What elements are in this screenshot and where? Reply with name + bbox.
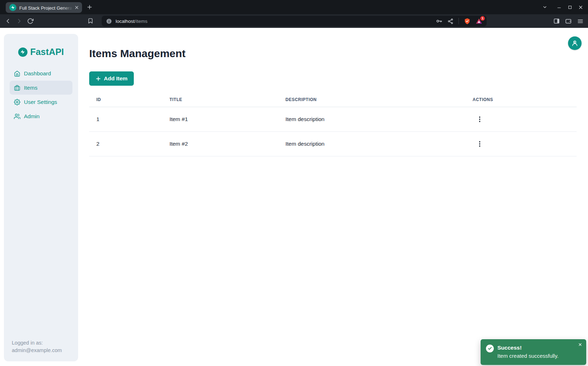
sidebar-item-label: User Settings	[24, 99, 57, 105]
menu-icon[interactable]	[577, 18, 584, 25]
add-item-label: Add Item	[104, 75, 127, 82]
add-item-button[interactable]: Add Item	[89, 71, 134, 86]
close-window-icon[interactable]	[575, 0, 586, 14]
toast-title: Success!	[497, 344, 558, 352]
column-header-actions: ACTIONS	[466, 94, 577, 107]
home-icon	[14, 70, 20, 77]
page: FastAPI Dashboard Items User Settings	[0, 28, 588, 366]
cell-description: Item description	[278, 132, 466, 156]
check-icon	[486, 345, 494, 352]
tab-close-icon[interactable]	[74, 5, 79, 10]
table-row: 1 Item #1 Item description	[89, 107, 577, 132]
logo-text: FastAPI	[30, 47, 64, 57]
forward-icon	[16, 17, 23, 25]
logged-in-info: Logged in as: admin@example.com	[12, 339, 62, 354]
browser-titlebar: Full Stack Project Genera	[0, 0, 588, 14]
rewards-badge: 1	[480, 16, 485, 21]
key-icon[interactable]	[436, 18, 442, 24]
cell-title: Item #2	[162, 132, 278, 156]
wallet-icon[interactable]	[565, 18, 572, 24]
briefcase-icon	[14, 85, 20, 91]
side-panel-icon[interactable]	[553, 18, 560, 24]
url-host: localhost	[116, 19, 135, 24]
logged-in-label: Logged in as:	[12, 339, 62, 347]
logged-in-email: admin@example.com	[12, 347, 62, 354]
sidebar-item-label: Items	[24, 85, 37, 91]
cell-title: Item #1	[162, 107, 278, 132]
bookmark-icon[interactable]	[87, 18, 93, 24]
success-toast: Success! Item created successfully.	[481, 339, 586, 365]
plus-icon	[96, 76, 101, 81]
sidebar: FastAPI Dashboard Items User Settings	[4, 34, 78, 361]
share-icon[interactable]	[447, 18, 453, 24]
tab-title-fade	[63, 5, 73, 10]
sidebar-item-dashboard[interactable]: Dashboard	[10, 66, 72, 80]
window-controls	[539, 0, 586, 14]
sidebar-item-label: Dashboard	[24, 70, 51, 77]
user-icon	[571, 40, 578, 47]
cell-id: 1	[89, 107, 162, 132]
browser-toolbar: localhost/items 1	[0, 14, 588, 28]
fastapi-logo: FastAPI	[4, 34, 78, 57]
brave-rewards-icon[interactable]: 1	[476, 18, 482, 25]
sidebar-item-admin[interactable]: Admin	[10, 109, 72, 123]
fastapi-favicon-zap-icon	[9, 4, 16, 11]
users-icon	[14, 113, 20, 120]
new-tab-plus-icon[interactable]	[86, 4, 93, 10]
cell-id: 2	[89, 132, 162, 156]
brave-shield-icon[interactable]	[464, 18, 471, 25]
site-info-icon[interactable]	[106, 18, 112, 24]
maximize-icon[interactable]	[564, 0, 575, 14]
user-menu-avatar[interactable]	[568, 36, 582, 50]
back-icon[interactable]	[4, 17, 11, 25]
reload-icon[interactable]	[27, 18, 34, 24]
toast-close-icon[interactable]	[578, 342, 582, 347]
cell-description: Item description	[278, 107, 466, 132]
sidebar-nav: Dashboard Items User Settings Admin	[4, 66, 78, 123]
column-header-title: TITLE	[162, 94, 278, 107]
toast-message: Item created successfully.	[497, 352, 558, 360]
table-header-row: ID TITLE DESCRIPTION ACTIONS	[89, 94, 577, 107]
page-title: Items Management	[89, 48, 577, 59]
gear-icon	[14, 99, 20, 105]
row-actions-kebab-icon[interactable]	[475, 114, 485, 124]
main-content: Items Management Add Item ID TITLE DESCR…	[89, 28, 577, 156]
items-table: ID TITLE DESCRIPTION ACTIONS 1 Item #1 I…	[89, 94, 577, 156]
column-header-description: DESCRIPTION	[278, 94, 466, 107]
table-row: 2 Item #2 Item description	[89, 132, 577, 156]
sidebar-item-items[interactable]: Items	[10, 81, 72, 95]
column-header-id: ID	[89, 94, 162, 107]
zap-icon	[18, 47, 27, 57]
tab-search-chevron-down-icon[interactable]	[539, 0, 550, 14]
divider	[458, 18, 459, 24]
browser-tab[interactable]: Full Stack Project Genera	[6, 2, 82, 13]
sidebar-item-user-settings[interactable]: User Settings	[10, 95, 72, 109]
sidebar-item-label: Admin	[24, 113, 40, 120]
url-path: /items	[135, 19, 147, 24]
url-bar[interactable]: localhost/items 1	[102, 16, 487, 26]
minimize-icon[interactable]	[554, 0, 564, 14]
row-actions-kebab-icon[interactable]	[475, 139, 485, 149]
